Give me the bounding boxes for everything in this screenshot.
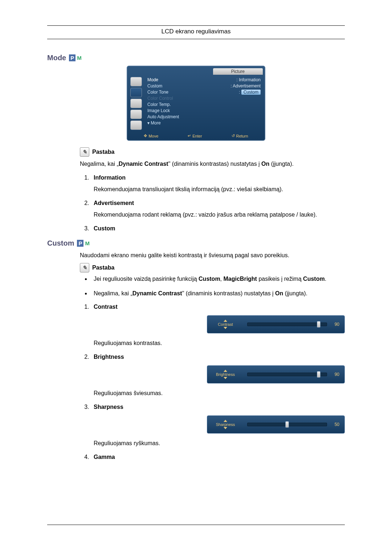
badge-p-icon: P	[77, 240, 83, 247]
item-desc: Reguliuojamas kontrastas.	[94, 340, 345, 346]
osd-item-autoadjust: Auto Adjustment	[146, 114, 262, 120]
custom-note-bullets: Jei reguliuosite vaizdą pasirinkę funkci…	[81, 275, 345, 298]
slider-value: 90	[331, 322, 339, 327]
slider-figure-sharpness: Sharpness 50	[94, 415, 345, 434]
header-underline	[47, 39, 345, 39]
slider-value: 50	[331, 422, 339, 427]
slider-figure-contrast: Contrast 90	[94, 315, 345, 333]
slider-label: Contrast	[218, 322, 233, 327]
osd-footer: ✥Move ↵Enter ↺Return	[127, 132, 265, 140]
osd-panel: Picture Mode : Information Custom	[127, 66, 265, 141]
enter-icon: ↵	[188, 134, 191, 138]
item-desc: Reguliuojamas šviesumas.	[94, 390, 345, 397]
arrow-up-icon	[224, 370, 227, 372]
move-icon: ✥	[144, 134, 147, 138]
osd-item-more: ▾ More	[146, 120, 262, 126]
badge-m-icon: M	[84, 240, 90, 247]
osd-item-label: Auto Adjustment	[147, 114, 179, 120]
slider-value: 90	[331, 372, 339, 377]
slider-figure-brightness: Brightness 90	[94, 365, 345, 383]
osd-item-value: : Information	[236, 77, 261, 83]
option-title: Custom	[94, 225, 345, 232]
slider-track-wrap: 50	[247, 422, 339, 427]
custom-item-gamma: Gamma	[91, 454, 345, 460]
osd-footer-return: ↺Return	[232, 134, 248, 138]
item-title: Contrast	[94, 304, 345, 310]
item-desc: Reguliuojamas ryškumas.	[94, 440, 345, 447]
mode-option-advertisement: Advertisement Rekomenduojama rodant rekl…	[91, 200, 345, 218]
slider-label-area: Contrast	[207, 320, 244, 329]
note-label: Pastaba	[92, 264, 114, 271]
slider-label-area: Sharpness	[207, 420, 244, 429]
osd-item-colortemp: Color Temp.	[146, 102, 262, 108]
note-heading-mode: ✎ Pastaba	[80, 147, 345, 157]
return-icon: ↺	[232, 134, 235, 138]
item-title: Brightness	[94, 354, 345, 360]
custom-bullet-2: Negalima, kai „Dynamic Contrast" (dinami…	[91, 289, 345, 298]
item-title: Gamma	[94, 454, 345, 460]
option-title: Advertisement	[94, 200, 345, 206]
arrow-down-icon	[224, 427, 227, 429]
mode-option-list: Information Rekomenduojama transliuojant…	[81, 175, 345, 232]
custom-item-sharpness: Sharpness Sharpness 50 Regu	[91, 404, 345, 447]
arrow-up-icon	[224, 320, 227, 322]
osd-item-label: Color Tone	[147, 90, 168, 95]
section-heading-custom-text: Custom	[47, 239, 74, 247]
custom-item-contrast: Contrast Contrast 90 Reguli	[91, 304, 345, 346]
osd-item-value: : Advertisement	[230, 83, 261, 89]
pm-badge: P M	[77, 240, 90, 247]
pm-badge: P M	[69, 54, 82, 61]
arrow-down-icon	[224, 327, 227, 329]
osd-icon-picture	[130, 88, 142, 97]
osd-item-label: Image Lock	[147, 108, 170, 114]
slider-label-area: Brightness	[207, 370, 244, 379]
osd-sidebar-icons	[127, 75, 145, 132]
osd-screenshot-figure: Picture Mode : Information Custom	[47, 66, 345, 141]
osd-item-imagelock: Image Lock	[146, 108, 262, 114]
osd-item-label: Color Temp.	[147, 102, 171, 107]
osd-item-colortone: Color Tone : Custom	[146, 89, 262, 95]
osd-item-custom: Custom : Advertisement	[146, 83, 262, 89]
osd-footer-enter: ↵Enter	[188, 134, 202, 138]
mode-option-information: Information Rekomenduojama transliuojant…	[91, 175, 345, 193]
custom-bullet-1: Jei reguliuosite vaizdą pasirinkę funkci…	[91, 275, 345, 283]
osd-icon-setup	[130, 110, 142, 119]
osd-item-label: ▾ More	[147, 120, 161, 126]
custom-slider-list: Contrast Contrast 90 Reguli	[81, 304, 345, 460]
osd-item-label: Mode	[147, 77, 158, 83]
slider-thumb	[317, 371, 320, 378]
option-desc: Rekomenduojama rodant reklamą (pvz.: vai…	[94, 212, 345, 218]
osd-icon-multi	[130, 120, 142, 130]
top-rule	[47, 25, 345, 26]
arrow-up-icon	[224, 420, 227, 422]
note-icon: ✎	[80, 263, 89, 272]
slider-track	[247, 323, 327, 326]
bottom-rule	[47, 525, 345, 525]
osd-item-value: : Custom	[239, 90, 261, 95]
option-desc: Rekomenduojama transliuojant tikslią inf…	[94, 186, 345, 193]
slider-track-wrap: 90	[247, 372, 339, 377]
badge-p-icon: P	[69, 54, 75, 61]
note-label: Pastaba	[92, 149, 114, 155]
option-title: Information	[94, 175, 345, 181]
osd-item-label: Custom	[147, 83, 162, 89]
slider-track	[247, 423, 327, 426]
section-heading-mode: Mode P M	[47, 54, 345, 62]
mode-option-custom: Custom	[91, 225, 345, 232]
osd-icon-sound	[130, 99, 142, 108]
osd-body: Mode : Information Custom : Advertisemen…	[127, 75, 265, 132]
osd-item-label: Color Control	[147, 96, 173, 101]
osd-item-colorcontrol: Color Control	[146, 95, 262, 102]
note-icon: ✎	[80, 147, 89, 157]
slider-sharpness: Sharpness 50	[207, 415, 345, 434]
osd-item-mode: Mode : Information	[146, 77, 262, 83]
section-heading-custom: Custom P M	[47, 239, 345, 247]
slider-thumb	[285, 421, 289, 428]
note-heading-custom: ✎ Pastaba	[80, 263, 345, 272]
osd-tabbar: Picture	[127, 66, 265, 75]
osd-tab-picture: Picture	[213, 68, 263, 75]
slider-thumb	[317, 321, 320, 328]
slider-label: Sharpness	[216, 422, 235, 427]
custom-intro-text: Naudodami ekrano meniu galite keisti kon…	[80, 251, 345, 259]
mode-note-text: Negalima, kai „Dynamic Contrast" (dinami…	[80, 160, 345, 168]
